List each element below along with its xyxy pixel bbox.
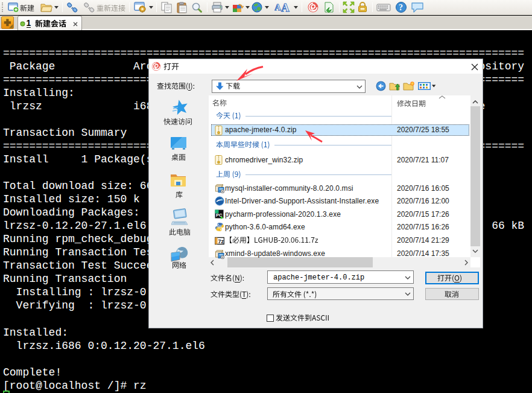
svg-text:7z: 7z xyxy=(218,238,224,244)
svg-text:A: A xyxy=(281,2,290,13)
svg-text:?: ? xyxy=(399,3,403,12)
svg-text:A: A xyxy=(274,2,281,12)
